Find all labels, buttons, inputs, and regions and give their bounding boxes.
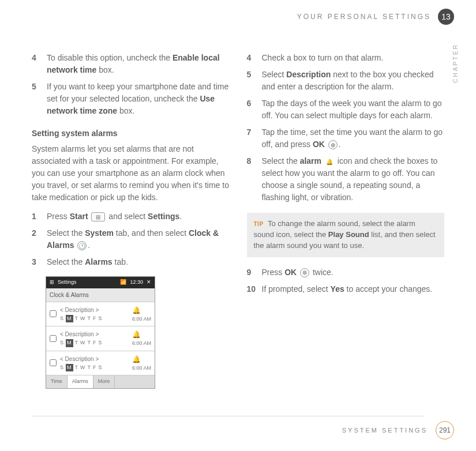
alarm-description: < Description >	[60, 355, 129, 363]
bold-text: Clock & Alarms	[47, 228, 219, 250]
bell-icon: 🔔	[132, 329, 151, 340]
step-item: 4Check a box to turn on that alarm.	[247, 52, 445, 64]
step-body: Select the Alarms tab.	[47, 256, 230, 268]
chapter-number-badge: 13	[438, 9, 454, 25]
step-number: 8	[247, 155, 256, 204]
bold-text: OK	[313, 140, 325, 149]
steps-list-right: 4Check a box to turn on that alarm.5Sele…	[247, 52, 445, 204]
bold-text: Enable local network time	[47, 53, 220, 74]
bold-text: Yes	[331, 284, 344, 294]
step-number: 4	[32, 52, 41, 76]
step-body: Check a box to turn on that alarm.	[262, 52, 445, 64]
page-header: YOUR PERSONAL SETTINGS 13	[297, 9, 454, 25]
alarm-time: 6:00 AM	[132, 315, 151, 324]
step-body: Press Start ⊞ and select Settings.	[47, 211, 230, 223]
close-icon: ✕	[147, 279, 151, 287]
step-number: 4	[247, 52, 256, 64]
screenshot-tabs: Time Alarms More	[46, 375, 155, 388]
step-body: Tap the time, set the time you want the …	[262, 126, 445, 151]
step-body: If you want to keep your smartphone date…	[47, 81, 230, 117]
bold-text: Start	[70, 212, 88, 221]
chapter-side-label: CHAPTER	[451, 43, 460, 83]
alarms-screenshot: ⊞ Settings 📶 12:30 ✕ Clock & Alarms < De…	[46, 276, 155, 389]
ok-icon: ⊛	[300, 268, 309, 277]
signal-icon: 📶	[120, 279, 126, 287]
step-number: 2	[32, 227, 41, 251]
step-body: Press OK ⊛ twice.	[262, 266, 445, 279]
step-number: 5	[247, 69, 256, 93]
start-icon: ⊞	[50, 279, 54, 287]
step-item: 10If prompted, select Yes to accept your…	[247, 283, 445, 295]
page-footer: SYSTEM SETTINGS 291	[342, 421, 454, 439]
subhead-setting-alarms: Setting system alarms	[32, 127, 230, 140]
step-number: 3	[32, 256, 41, 268]
tab-time: Time	[46, 375, 68, 388]
step-item: 5If you want to keep your smartphone dat…	[32, 81, 230, 117]
step-body: To disable this option, uncheck the Enab…	[47, 52, 230, 76]
step-number: 6	[247, 97, 256, 122]
alarm-checkbox[interactable]	[50, 310, 57, 317]
step-body: Select the alarm 🔔 icon and check the bo…	[262, 155, 445, 204]
step-item: 3Select the Alarms tab.	[32, 256, 230, 268]
clock-icon: 🕐	[77, 241, 87, 250]
step-body: If prompted, select Yes to accept your c…	[262, 283, 445, 295]
step-item: 8Select the alarm 🔔 icon and check the b…	[247, 155, 445, 204]
alarm-checkbox[interactable]	[50, 359, 57, 366]
step-body: Tap the days of the week you want the al…	[262, 97, 445, 122]
step-item: 4To disable this option, uncheck the Ena…	[32, 52, 230, 76]
step-number: 1	[32, 211, 41, 223]
steps-list-b: 1Press Start ⊞ and select Settings.2Sele…	[32, 211, 230, 268]
tab-more: More	[93, 375, 115, 388]
bold-text: Play Sound	[328, 230, 369, 239]
step-item: 2Select the System tab, and then select …	[32, 227, 230, 251]
step-number: 9	[247, 266, 256, 279]
step-item: 5Select Description next to the box you …	[247, 69, 445, 93]
footer-title: SYSTEM SETTINGS	[342, 426, 428, 435]
screenshot-titlebar: ⊞ Settings 📶 12:30 ✕	[46, 277, 155, 288]
left-column: 4To disable this option, uncheck the Ena…	[32, 52, 230, 389]
step-number: 5	[32, 81, 41, 117]
intro-paragraph: System alarms let you set alarms that ar…	[32, 143, 230, 204]
steps-list-right-after: 9Press OK ⊛ twice.10If prompted, select …	[247, 266, 445, 295]
step-body: Select Description next to the box you c…	[262, 69, 445, 93]
alarm-days: SMTWTFS	[60, 339, 129, 347]
tip-label: TIP	[254, 221, 264, 227]
bell-icon: 🔔	[325, 157, 334, 166]
screenshot-time: 12:30	[130, 279, 143, 287]
alarm-row: < Description >SMTWTFS🔔6:00 AM	[46, 326, 155, 351]
bold-text: Use network time zone	[47, 94, 215, 115]
bold-text: Settings	[148, 212, 179, 221]
alarm-row: < Description >SMTWTFS🔔6:00 AM	[46, 302, 155, 326]
bell-icon: 🔔	[132, 354, 151, 364]
bold-text: Alarms	[85, 257, 112, 266]
footer-rule	[32, 416, 424, 416]
right-column: 4Check a box to turn on that alarm.5Sele…	[247, 52, 445, 389]
step-body: Select the System tab, and then select C…	[47, 227, 230, 251]
tip-box: TIP To change the alarm sound, select th…	[247, 213, 445, 257]
alarm-description: < Description >	[60, 306, 129, 314]
step-item: 6Tap the days of the week you want the a…	[247, 97, 445, 122]
alarm-row: < Description >SMTWTFS🔔6:00 AM	[46, 351, 155, 375]
page-number: 291	[436, 421, 454, 439]
steps-list-a: 4To disable this option, uncheck the Ena…	[32, 52, 230, 117]
tip-body: To change the alarm sound, select the al…	[254, 219, 436, 250]
alarm-time: 6:00 AM	[132, 340, 151, 348]
bell-icon: 🔔	[132, 305, 151, 315]
bold-text: alarm	[300, 156, 321, 166]
step-number: 10	[247, 283, 256, 295]
start-icon: ⊞	[91, 212, 105, 221]
ok-icon: ⊛	[328, 140, 338, 149]
step-item: 1Press Start ⊞ and select Settings.	[32, 211, 230, 223]
alarm-checkbox[interactable]	[50, 335, 57, 342]
alarm-description: < Description >	[60, 330, 129, 339]
tab-alarms: Alarms	[68, 375, 93, 388]
bold-text: OK	[284, 268, 297, 277]
alarm-time: 6:00 AM	[132, 364, 151, 373]
header-title: YOUR PERSONAL SETTINGS	[297, 12, 431, 22]
screenshot-header: Clock & Alarms	[46, 288, 155, 302]
alarm-days: SMTWTFS	[60, 315, 129, 323]
step-number: 7	[247, 126, 256, 151]
screenshot-title: Settings	[58, 279, 77, 287]
bold-text: Description	[286, 70, 331, 79]
bold-text: System	[85, 228, 114, 238]
